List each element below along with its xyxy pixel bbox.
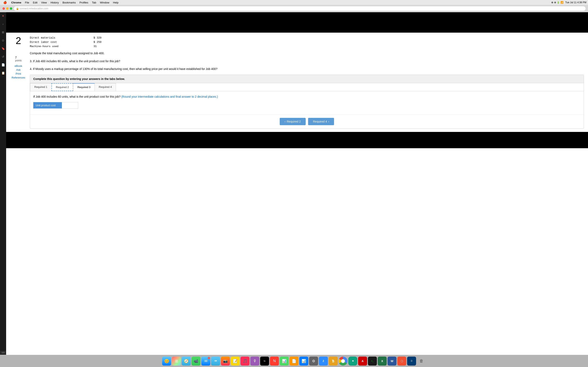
content-left-sidebar: 2 7 points eBook Ask Print References: [10, 36, 26, 129]
sidebar-close-icon[interactable]: ✕: [1, 14, 5, 18]
tab-required-2[interactable]: Required 2: [52, 83, 73, 91]
tab-required-3[interactable]: Required 3: [73, 83, 95, 91]
tab-required-1[interactable]: Required 1: [30, 83, 52, 91]
tab-required-2-label: Required 2: [56, 86, 69, 89]
menubar-help[interactable]: Help: [112, 0, 120, 5]
points-label: points: [15, 59, 22, 62]
question-prompt: If Job 400 includes 60 units, what is th…: [33, 95, 294, 99]
cost-table: Direct materials $ 320 Direct labor cost…: [30, 36, 294, 49]
prev-btn-label: Required 2: [287, 120, 294, 123]
points-value: 7: [15, 56, 22, 59]
menubar-chrome[interactable]: Chrome: [9, 0, 23, 5]
menubar-bookmarks[interactable]: Bookmarks: [61, 0, 77, 5]
sidebar-bookmark-icon[interactable]: 🔖: [1, 47, 5, 50]
window-maximize-button[interactable]: [10, 7, 12, 10]
unit-product-cost-input[interactable]: [62, 102, 78, 109]
cost-row-2: Direct labor cost $ 250: [30, 40, 294, 44]
window-controls: [2, 7, 12, 10]
apple-menu[interactable]: 🍎: [2, 0, 8, 5]
question-box-header: Complete this question by entering your …: [30, 75, 294, 83]
menubar-edit[interactable]: Edit: [31, 0, 39, 5]
menubar-history[interactable]: History: [49, 0, 60, 5]
answer-row: Unit product cost: [33, 102, 294, 109]
menubar-profiles[interactable]: Profiles: [78, 0, 90, 5]
prompt-hint: (Round your intermediate calculations an…: [121, 95, 218, 98]
question-box: Complete this question by entering your …: [30, 75, 294, 129]
cost-row-3: Machine-hours used 31: [30, 44, 294, 49]
cost-row-1: Direct materials $ 320: [30, 36, 294, 40]
question-text-4: 4. If Moody uses a markup percentage of …: [30, 67, 294, 71]
print-link[interactable]: Print: [16, 72, 21, 75]
menubar-view[interactable]: View: [39, 0, 48, 5]
window-close-button[interactable]: [2, 7, 5, 10]
step-number: 2: [16, 36, 21, 46]
question-text-2: Compute the total manufacturing cost ass…: [30, 51, 294, 55]
url-text: 🔒 connect.mheducation.com: [16, 7, 48, 10]
tab-required-4[interactable]: Required 4: [95, 83, 116, 91]
content-body: 2 7 points eBook Ask Print References Di…: [6, 33, 294, 132]
browser-chrome: 🔒 connect.mheducation.com: [0, 5, 294, 12]
prev-required-button[interactable]: ‹ Required 2: [280, 118, 294, 125]
app-sidebar: ✕ ‹ ⊞ ⊙ 🔖 ↺ 📄 📋: [0, 12, 6, 184]
tabs-container: Required 1 Required 2 Required 3 Require…: [30, 83, 294, 91]
question-area: Direct materials $ 320 Direct labor cost…: [30, 36, 294, 129]
window-minimize-button[interactable]: [6, 7, 9, 10]
sidebar-search-icon[interactable]: ⊙: [1, 38, 5, 42]
left-links: eBook Ask Print References: [12, 64, 25, 79]
prompt-text: If Job 400 includes 60 units, what is th…: [33, 95, 121, 98]
tab-required-3-label: Required 3: [77, 86, 90, 89]
ask-link[interactable]: Ask: [16, 68, 21, 71]
ebook-link[interactable]: eBook: [15, 64, 22, 67]
sidebar-notes-icon[interactable]: 📋: [1, 71, 5, 75]
sidebar-grid-icon[interactable]: ⊞: [1, 30, 5, 34]
answer-area: If Job 400 includes 60 units, what is th…: [30, 91, 294, 114]
bottom-content-banner: [6, 132, 294, 148]
sidebar-page-icon[interactable]: 📄: [1, 63, 5, 67]
sidebar-history-icon[interactable]: ↺: [1, 55, 5, 59]
content-scroll: 2 7 points eBook Ask Print References Di…: [6, 33, 294, 132]
tab-required-4-label: Required 4: [99, 85, 112, 89]
answer-label: Unit product cost: [33, 102, 62, 108]
sidebar-back-icon[interactable]: ‹: [1, 22, 5, 26]
top-banner: [6, 12, 294, 33]
references-link[interactable]: References: [12, 76, 25, 79]
question-text-3: 3. If Job 400 includes 60 units, what is…: [30, 59, 294, 63]
content-area: 2 7 points eBook Ask Print References Di…: [6, 12, 294, 184]
prev-chevron-icon: ‹: [285, 120, 286, 123]
menubar-tab[interactable]: Tab: [90, 0, 98, 5]
menubar-file[interactable]: File: [23, 0, 31, 5]
nav-buttons: ‹ Required 2 Required 4 ›: [30, 114, 294, 128]
tab-required-1-label: Required 1: [34, 85, 47, 89]
menubar: 🍎 Chrome File Edit View History Bookmark…: [0, 0, 294, 5]
url-bar[interactable]: 🔒 connect.mheducation.com: [14, 6, 294, 11]
menubar-window[interactable]: Window: [98, 0, 111, 5]
